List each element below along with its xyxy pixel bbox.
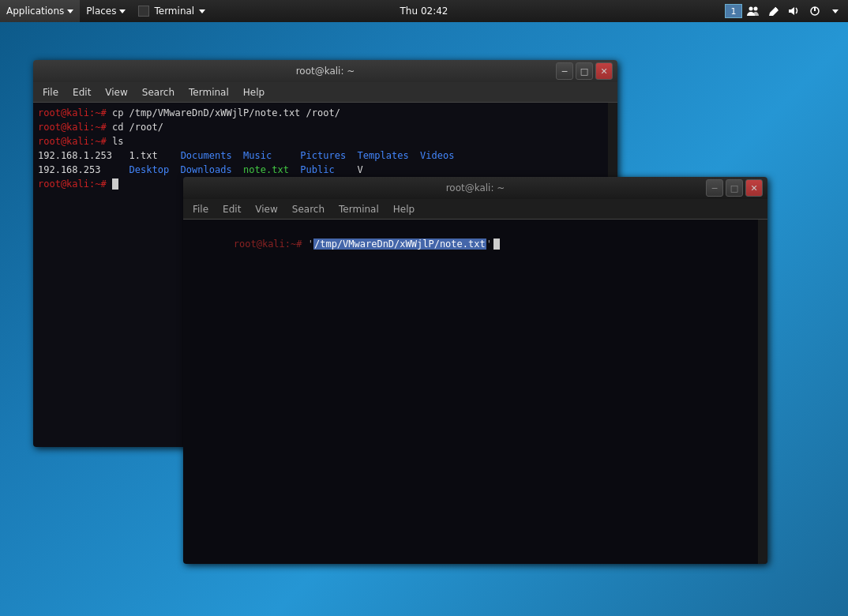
terminal-menu[interactable]: Terminal <box>132 0 212 22</box>
terminal-2-menubar: File Edit View Search Terminal Help <box>183 199 767 220</box>
menu-help-2[interactable]: Help <box>387 202 421 216</box>
terminal-window-2[interactable]: root@kali: ~ ─ □ ✕ File Edit View Search… <box>183 177 767 564</box>
term-line-3: root@kali:~# ls <box>38 134 613 148</box>
menu-help-1[interactable]: Help <box>237 85 271 100</box>
scrollbar-2[interactable] <box>758 220 767 564</box>
terminal-2-titlebar[interactable]: root@kali: ~ ─ □ ✕ <box>183 177 767 199</box>
power-dropdown-arrow <box>832 9 839 13</box>
terminal-1-close[interactable]: ✕ <box>595 62 613 80</box>
terminal-2-body: root@kali:~# '/tmp/VMwareDnD/xWWjlP/note… <box>183 220 767 564</box>
places-label: Places <box>86 6 116 17</box>
terminal-1-title: root@kali: ~ <box>296 66 355 77</box>
people-icon <box>747 5 760 17</box>
power-icon-btn[interactable] <box>805 2 824 21</box>
menu-terminal-2[interactable]: Terminal <box>332 202 385 216</box>
terminal-label: Terminal <box>154 6 194 17</box>
terminal-1-controls: ─ □ ✕ <box>556 62 613 80</box>
term-line-4: 192.168.1.253 1.txt Documents Music Pict… <box>38 148 613 163</box>
places-menu[interactable]: Places <box>80 0 132 22</box>
term-line-t2-1: root@kali:~# '/tmp/VMwareDnD/xWWjlP/note… <box>188 223 763 265</box>
terminal-2-title: root@kali: ~ <box>446 182 505 193</box>
terminal-arrow-icon <box>199 9 205 13</box>
term-line-1: root@kali:~# cp /tmp/VMwareDnD/xWWjlP/no… <box>38 106 613 120</box>
menu-view-2[interactable]: View <box>249 202 283 216</box>
term-line-2: root@kali:~# cd /root/ <box>38 120 613 134</box>
taskbar: Applications Places Terminal Thu 02:42 1 <box>0 0 848 22</box>
terminal-1-titlebar[interactable]: root@kali: ~ ─ □ ✕ <box>33 60 617 82</box>
volume-icon-btn[interactable] <box>785 2 804 21</box>
terminal-1-minimize[interactable]: ─ <box>556 62 573 80</box>
workspace-indicator[interactable]: 1 <box>725 4 742 18</box>
power-arrow-icon[interactable] <box>826 2 845 21</box>
people-icon-btn[interactable] <box>744 2 763 21</box>
menu-edit-2[interactable]: Edit <box>216 202 247 216</box>
menu-search-1[interactable]: Search <box>136 85 181 100</box>
applications-label: Applications <box>6 6 64 17</box>
pen-icon-btn[interactable] <box>764 2 783 21</box>
power-icon <box>809 6 820 17</box>
terminal-1-menubar: File Edit View Search Terminal Help <box>33 82 617 103</box>
menu-terminal-1[interactable]: Terminal <box>182 85 235 100</box>
pen-icon <box>768 6 779 17</box>
svg-point-0 <box>749 7 753 11</box>
terminal-2-minimize[interactable]: ─ <box>706 179 723 197</box>
terminal-1-maximize[interactable]: □ <box>576 62 593 80</box>
menu-search-2[interactable]: Search <box>286 202 331 216</box>
menu-edit-1[interactable]: Edit <box>66 85 97 100</box>
terminal-2-controls: ─ □ ✕ <box>706 179 763 197</box>
volume-icon <box>788 6 801 17</box>
menu-view-1[interactable]: View <box>99 85 133 100</box>
taskbar-left: Applications Places Terminal <box>0 0 212 22</box>
taskbar-right: 1 <box>725 2 848 21</box>
terminal-2-close[interactable]: ✕ <box>745 179 763 197</box>
workspace-number: 1 <box>731 6 737 17</box>
terminal-2-maximize[interactable]: □ <box>726 179 743 197</box>
clock-time: Thu 02:42 <box>400 6 448 17</box>
clock: Thu 02:42 <box>400 6 448 17</box>
svg-point-1 <box>754 7 758 11</box>
terminal-icon <box>138 6 149 17</box>
applications-menu[interactable]: Applications <box>0 0 80 22</box>
menu-file-2[interactable]: File <box>186 202 215 216</box>
menu-file-1[interactable]: File <box>36 85 65 100</box>
applications-arrow-icon <box>67 9 73 13</box>
term-line-5: 192.168.253 Desktop Downloads note.txt P… <box>38 163 613 177</box>
places-arrow-icon <box>119 9 126 13</box>
desktop: root@kali: ~ ─ □ ✕ File Edit View Search… <box>0 22 848 616</box>
